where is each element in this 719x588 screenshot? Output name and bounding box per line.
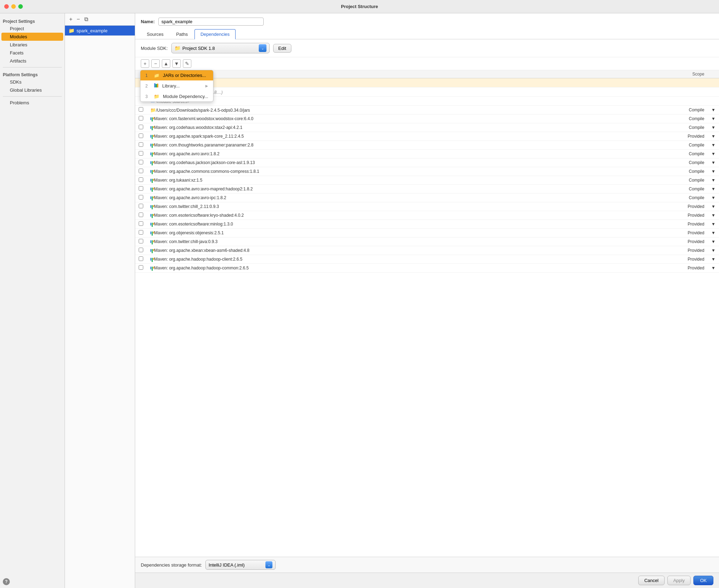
- dep-checkbox[interactable]: [139, 169, 143, 173]
- scope-dropdown-button[interactable]: ▼: [711, 222, 715, 227]
- sdk-edit-button[interactable]: Edit: [273, 44, 291, 53]
- scope-dropdown-button[interactable]: ▼: [711, 125, 715, 130]
- dep-checkbox[interactable]: [139, 204, 143, 208]
- dep-checkbox[interactable]: [139, 265, 143, 270]
- sidebar-item-modules[interactable]: Modules: [1, 33, 63, 41]
- table-row[interactable]: Maven: org.apache.hadoop:hadoop-client:2…: [135, 255, 719, 264]
- dropdown-item-module-dep[interactable]: 3 📁 Module Dependency...: [140, 91, 213, 102]
- minimize-button[interactable]: [11, 4, 16, 9]
- scope-dropdown-button[interactable]: ▼: [711, 178, 715, 183]
- dep-checkbox[interactable]: [139, 133, 143, 138]
- move-up-dep-button[interactable]: ▲: [162, 59, 170, 68]
- row-checkbox-cell: [135, 167, 147, 176]
- apply-button[interactable]: Apply: [667, 576, 691, 585]
- sidebar-item-facets[interactable]: Facets: [1, 49, 63, 57]
- scope-dropdown-button[interactable]: ▼: [711, 230, 715, 235]
- ok-button[interactable]: OK: [693, 576, 713, 585]
- sidebar-item-project[interactable]: Project: [1, 25, 63, 33]
- dep-name-text: Maven: com.twitter:chill_2.11:0.9.3: [154, 204, 219, 209]
- scope-dropdown-button[interactable]: ▼: [711, 116, 715, 121]
- scope-dropdown-button[interactable]: ▼: [711, 257, 715, 262]
- dropdown-item-jars[interactable]: 1 📁 JARs or Directories...: [140, 70, 213, 80]
- table-row[interactable]: 📁/Users/ccc/Downloads/spark-2.4.5-odps0.…: [135, 106, 719, 115]
- table-row[interactable]: Maven: com.esotericsoftware:minlog:1.3.0…: [135, 220, 719, 229]
- maven-icon: [150, 126, 154, 130]
- dep-checkbox[interactable]: [139, 213, 143, 217]
- table-row[interactable]: Maven: org.apache.xbean:xbean-asm6-shade…: [135, 246, 719, 255]
- scope-dropdown-button[interactable]: ▼: [711, 187, 715, 191]
- dep-checkbox[interactable]: [139, 107, 143, 112]
- dep-checkbox[interactable]: [139, 160, 143, 164]
- scope-dropdown-button[interactable]: ▼: [711, 160, 715, 165]
- table-row[interactable]: Maven: org.apache.avro:avro-mapred:hadoo…: [135, 185, 719, 194]
- dep-checkbox[interactable]: [139, 125, 143, 129]
- table-row[interactable]: Maven: org.codehaus.jackson:jackson-core…: [135, 158, 719, 167]
- dep-checkbox[interactable]: [139, 177, 143, 182]
- dep-checkbox[interactable]: [139, 256, 143, 261]
- remove-module-button[interactable]: −: [75, 15, 81, 23]
- table-row[interactable]: Maven: org.codehaus.woodstox:stax2-api:4…: [135, 123, 719, 132]
- remove-dep-button[interactable]: −: [151, 59, 160, 68]
- table-row[interactable]: Maven: org.apache.commons:commons-compre…: [135, 167, 719, 176]
- dep-checkbox[interactable]: [139, 248, 143, 252]
- dep-checkbox[interactable]: [139, 239, 143, 243]
- scope-dropdown-button[interactable]: ▼: [711, 266, 715, 270]
- scope-dropdown-button[interactable]: ▼: [711, 143, 715, 148]
- table-row[interactable]: Maven: org.apache.spark:spark-core_2.11:…: [135, 132, 719, 141]
- table-row[interactable]: src<module sources>: [135, 97, 719, 106]
- scope-dropdown-button[interactable]: ▼: [711, 239, 715, 244]
- module-item-spark-example[interactable]: 📁 spark_example: [65, 26, 135, 36]
- dep-checkbox[interactable]: [139, 230, 143, 235]
- scope-dropdown-button[interactable]: ▼: [711, 134, 715, 139]
- sidebar-item-sdks[interactable]: SDKs: [1, 78, 63, 86]
- scope-dropdown-button[interactable]: ▼: [711, 213, 715, 218]
- scope-dropdown-button[interactable]: ▼: [711, 195, 715, 200]
- tab-dependencies[interactable]: Dependencies: [194, 29, 236, 39]
- scope-dropdown-button[interactable]: ▼: [711, 169, 715, 174]
- dropdown-item-module-dep-label: Module Dependency...: [163, 94, 208, 99]
- table-row[interactable]: Maven: com.esotericsoftware:kryo-shaded:…: [135, 211, 719, 220]
- dep-checkbox[interactable]: [139, 186, 143, 191]
- table-row[interactable]: Maven: org.apache.avro:avro-ipc:1.8.2Com…: [135, 194, 719, 202]
- table-row[interactable]: Maven: org.apache.hadoop:hadoop-common:2…: [135, 264, 719, 273]
- table-row[interactable]: Maven: com.twitter:chill-java:0.9.3Provi…: [135, 237, 719, 246]
- help-button[interactable]: ?: [3, 578, 10, 585]
- table-row[interactable]: Maven: com.fasterxml.woodstox:woodstox-c…: [135, 115, 719, 123]
- move-down-dep-button[interactable]: ▼: [172, 59, 181, 68]
- dropdown-item-library[interactable]: 2 Library... ▶: [140, 80, 213, 91]
- sidebar-item-global-libraries[interactable]: Global Libraries: [1, 86, 63, 94]
- tab-paths[interactable]: Paths: [170, 29, 194, 39]
- scope-dropdown-button[interactable]: ▼: [711, 107, 715, 112]
- add-dep-button[interactable]: +: [141, 59, 149, 68]
- dep-checkbox[interactable]: [139, 142, 143, 147]
- edit-dep-button[interactable]: ✎: [183, 59, 191, 68]
- dep-storage-select[interactable]: IntelliJ IDEA (.iml) ⌄: [205, 560, 276, 570]
- tab-sources[interactable]: Sources: [141, 29, 170, 39]
- scope-dropdown-button[interactable]: ▼: [711, 248, 715, 253]
- sidebar-item-problems[interactable]: Problems: [1, 99, 63, 107]
- dep-checkbox[interactable]: [139, 151, 143, 156]
- table-row[interactable]: Maven: com.twitter:chill_2.11:0.9.3Provi…: [135, 202, 719, 211]
- dep-checkbox[interactable]: [139, 116, 143, 120]
- scope-dropdown-button[interactable]: ▼: [711, 151, 715, 156]
- table-row[interactable]: Maven: org.objenesis:objenesis:2.5.1Prov…: [135, 229, 719, 237]
- name-input[interactable]: [158, 18, 264, 26]
- table-row[interactable]: Maven: org.apache.avro:avro:1.8.2Compile…: [135, 150, 719, 158]
- table-row[interactable]: src<Module source>: [135, 78, 719, 87]
- sidebar-item-libraries[interactable]: Libraries: [1, 41, 63, 49]
- add-module-button[interactable]: +: [68, 15, 74, 23]
- table-row[interactable]: Maven: org.tukaani:xz:1.5Compile▼: [135, 176, 719, 185]
- dep-scope-value: Provided: [688, 239, 704, 244]
- dropdown-item-num-2: 2: [145, 84, 150, 89]
- table-row[interactable]: sdk< 'Project SDK' (Java version 1.8....…: [135, 87, 719, 97]
- sidebar-item-artifacts[interactable]: Artifacts: [1, 57, 63, 65]
- dep-checkbox[interactable]: [139, 221, 143, 226]
- sdk-select[interactable]: 📁 Project SDK 1.8 ⌄: [171, 43, 270, 53]
- maximize-button[interactable]: [18, 4, 23, 9]
- dep-checkbox[interactable]: [139, 195, 143, 200]
- copy-module-button[interactable]: ⧉: [83, 15, 90, 23]
- scope-dropdown-button[interactable]: ▼: [711, 204, 715, 209]
- close-button[interactable]: [4, 4, 9, 9]
- cancel-button[interactable]: Cancel: [638, 576, 664, 585]
- table-row[interactable]: Maven: com.thoughtworks.paranamer:parana…: [135, 141, 719, 150]
